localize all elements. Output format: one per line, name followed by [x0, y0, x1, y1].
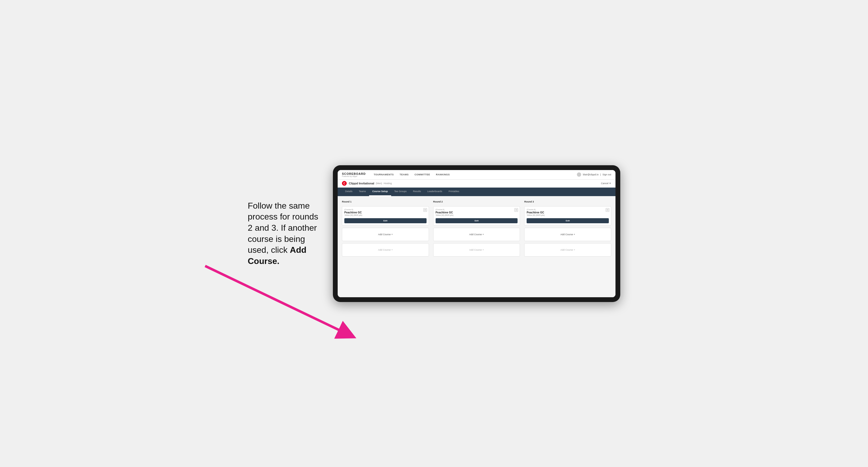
- round-2-course-tag: (Course A): [436, 209, 518, 211]
- cancel-button[interactable]: Cancel ✕: [601, 182, 611, 185]
- round-3-remove-button[interactable]: ○: [606, 208, 609, 212]
- tablet-screen: SCOREBOARD Powered by clippd TOURNAMENTS…: [338, 170, 616, 297]
- user-avatar: [577, 173, 581, 177]
- top-nav: SCOREBOARD Powered by clippd TOURNAMENTS…: [338, 170, 616, 180]
- nav-rankings[interactable]: RANKINGS: [433, 172, 452, 177]
- brand-sub: Powered by clippd: [342, 175, 366, 177]
- round-2-edit-button[interactable]: Edit: [436, 218, 518, 223]
- round-3-add-course-label-1: Add Course +: [560, 233, 575, 236]
- round-2-add-course-1[interactable]: Add Course +: [433, 228, 520, 241]
- round-3-label: Round 3: [524, 200, 611, 203]
- round-1-column: Round 1 ○ (Course A) Peachtree GC Yellow…: [342, 200, 429, 256]
- round-3-add-course-2[interactable]: Add Course +: [524, 243, 611, 256]
- add-course-emphasis: Add Course.: [248, 245, 306, 266]
- round-1-add-course-2[interactable]: Add Course +: [342, 243, 429, 256]
- tab-leaderboards[interactable]: Leaderboards: [424, 188, 445, 196]
- round-2-label: Round 2: [433, 200, 520, 203]
- tournament-name: Clippd Invitational: [349, 182, 374, 185]
- round-2-remove-button[interactable]: ○: [514, 208, 518, 212]
- tab-results[interactable]: Results: [410, 188, 424, 196]
- round-3-add-course-label-2: Add Course +: [560, 249, 575, 251]
- round-3-course-tag: (Course A): [527, 209, 609, 211]
- round-2-course-card: ○ (Course A) Peachtree GC Yellow (M) (66…: [433, 206, 520, 226]
- round-3-course-details: Yellow (M) (6629 yds): [527, 214, 609, 216]
- round-1-add-course-1[interactable]: Add Course +: [342, 228, 429, 241]
- brand-name: SCOREBOARD: [342, 172, 366, 175]
- sign-out-link[interactable]: Sign out: [602, 173, 611, 176]
- nav-links: TOURNAMENTS TEAMS COMMITTEE RANKINGS: [371, 172, 577, 177]
- nav-committee[interactable]: COMMITTEE: [412, 172, 433, 177]
- nav-teams[interactable]: TEAMS: [397, 172, 411, 177]
- round-2-course-details: Yellow (M) (6629 yds): [436, 214, 518, 216]
- tab-printables[interactable]: Printables: [445, 188, 462, 196]
- tab-bar: Details Teams Course Setup Tee Groups Re…: [338, 188, 616, 196]
- tournament-logo-icon: C: [342, 181, 347, 186]
- nav-separator: |: [600, 173, 601, 176]
- rounds-grid: Round 1 ○ (Course A) Peachtree GC Yellow…: [342, 200, 611, 256]
- tab-details[interactable]: Details: [342, 188, 356, 196]
- round-1-course-card: ○ (Course A) Peachtree GC Yellow (M) (66…: [342, 206, 429, 226]
- tab-teams[interactable]: Teams: [356, 188, 369, 196]
- round-1-add-course-label-1: Add Course +: [378, 233, 393, 236]
- tab-tee-groups[interactable]: Tee Groups: [391, 188, 410, 196]
- round-1-add-course-label-2: Add Course +: [378, 249, 393, 251]
- round-1-edit-button[interactable]: Edit: [344, 218, 427, 223]
- round-1-course-name: Peachtree GC: [344, 211, 427, 214]
- page-wrapper: Follow the same process for rounds 2 and…: [248, 165, 620, 302]
- round-3-add-course-1[interactable]: Add Course +: [524, 228, 611, 241]
- round-3-course-card: ○ (Course A) Peachtree GC Yellow (M) (66…: [524, 206, 611, 226]
- round-2-add-course-label-2: Add Course +: [469, 249, 484, 251]
- tablet-frame: SCOREBOARD Powered by clippd TOURNAMENTS…: [333, 165, 620, 302]
- nav-tournaments[interactable]: TOURNAMENTS: [371, 172, 396, 177]
- round-2-column: Round 2 ○ (Course A) Peachtree GC Yellow…: [433, 200, 520, 256]
- round-1-course-details: Yellow (M) (6629 yds): [344, 214, 427, 216]
- brand-logo: SCOREBOARD Powered by clippd: [342, 172, 366, 177]
- user-email: blair@clippd.io: [583, 173, 598, 176]
- round-3-column: Round 3 ○ (Course A) Peachtree GC Yellow…: [524, 200, 611, 256]
- tab-course-setup[interactable]: Course Setup: [369, 188, 391, 196]
- round-1-remove-button[interactable]: ○: [423, 208, 427, 212]
- men-label: (Men): [376, 182, 382, 185]
- sub-header: C Clippd Invitational (Men) Hosting Canc…: [338, 180, 616, 188]
- nav-right: blair@clippd.io | Sign out: [577, 173, 611, 177]
- round-2-course-name: Peachtree GC: [436, 211, 518, 214]
- round-1-course-tag: (Course A): [344, 209, 427, 211]
- content-area: Round 1 ○ (Course A) Peachtree GC Yellow…: [338, 196, 616, 297]
- round-1-label: Round 1: [342, 200, 429, 203]
- round-2-add-course-label-1: Add Course +: [469, 233, 484, 236]
- instruction-text: Follow the same process for rounds 2 and…: [248, 200, 322, 267]
- round-2-add-course-2[interactable]: Add Course +: [433, 243, 520, 256]
- round-3-course-name: Peachtree GC: [527, 211, 609, 214]
- round-3-edit-button[interactable]: Edit: [527, 218, 609, 223]
- hosting-badge: Hosting: [384, 182, 392, 185]
